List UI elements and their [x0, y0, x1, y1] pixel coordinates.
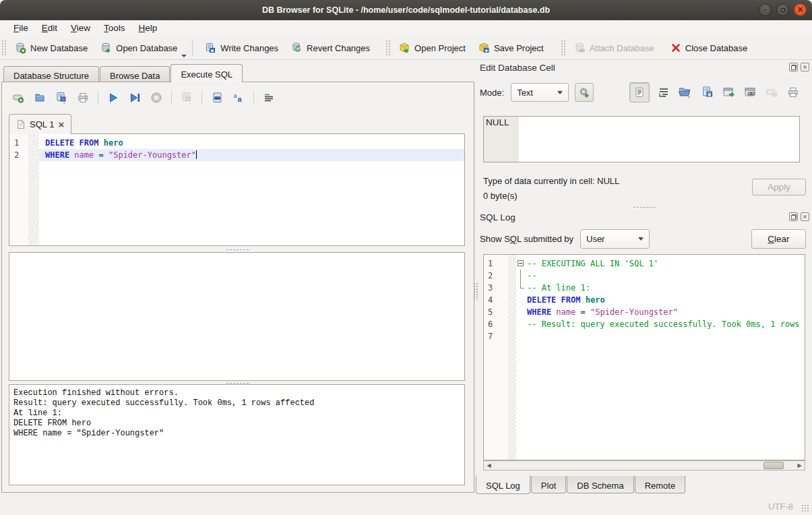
- sql-editor[interactable]: 1 2 DELETE FROM hero WHERE name = "Spide…: [9, 133, 465, 246]
- tab-remote[interactable]: Remote: [635, 476, 686, 493]
- maximize-button[interactable]: [776, 3, 789, 16]
- close-database-button[interactable]: Close Database: [664, 40, 754, 56]
- fold-collapse-icon[interactable]: [518, 260, 524, 266]
- dock-float-button[interactable]: [789, 63, 798, 71]
- write-changes-button[interactable]: Write Changes: [198, 39, 284, 57]
- remove-cell-button[interactable]: [766, 87, 779, 98]
- editor-line-numbers: 1 2: [9, 134, 28, 245]
- tab-execute-sql[interactable]: Execute SQL: [170, 64, 243, 82]
- mode-label: Mode:: [480, 88, 504, 98]
- open-database-icon: [100, 42, 112, 54]
- log-filter-select[interactable]: User: [580, 229, 650, 249]
- toggle-results-button[interactable]: [261, 90, 277, 106]
- maximize-icon: [781, 8, 785, 12]
- sql-file-tab[interactable]: SQL 1 ×: [9, 114, 71, 134]
- menu-file[interactable]: File: [7, 22, 35, 35]
- open-sql-tab-button[interactable]: [10, 90, 26, 106]
- window-title: DB Browser for SQLite - /home/user/code/…: [262, 5, 550, 15]
- message-line: At line 1:: [13, 408, 464, 419]
- tab-plot[interactable]: Plot: [531, 476, 566, 493]
- open-project-button[interactable]: Open Project: [392, 39, 472, 57]
- tab-db-schema[interactable]: DB Schema: [567, 476, 633, 493]
- scroll-left-icon[interactable]: ◀: [484, 461, 494, 470]
- execute-line-button[interactable]: [127, 90, 143, 106]
- open-database-button[interactable]: Open Database: [94, 39, 183, 57]
- right-pane: Edit Database Cell ✕ Mode: Text: [476, 60, 812, 498]
- menu-view[interactable]: View: [64, 22, 97, 35]
- log-line-6: -- Result: query executed successfully. …: [516, 318, 805, 330]
- set-as-null-button[interactable]: [722, 86, 736, 98]
- resize-grip[interactable]: [801, 504, 810, 513]
- dock-close-icon: ✕: [803, 214, 808, 220]
- menu-edit[interactable]: Edit: [35, 22, 64, 35]
- word-wrap-button[interactable]: [658, 86, 670, 98]
- cell-mode-select[interactable]: Text: [511, 83, 569, 102]
- editor-results-splitter[interactable]: [9, 247, 465, 251]
- docks-splitter[interactable]: [597, 205, 691, 209]
- cell-mode-row: Mode: Text: [480, 83, 594, 102]
- dock-close-button[interactable]: ✕: [801, 63, 809, 71]
- toolbar-drag-handle[interactable]: [385, 40, 390, 56]
- auto-format-button[interactable]: aa: [230, 90, 247, 106]
- log-line-5: WHERE name = "Spider-Youngster": [516, 306, 805, 318]
- new-database-button[interactable]: New Database: [8, 39, 94, 57]
- menu-bar: File Edit View Tools Help: [0, 20, 812, 36]
- apply-button[interactable]: Apply: [752, 179, 806, 195]
- save-file-icon: [701, 86, 714, 99]
- auto-switch-mode-button[interactable]: [575, 83, 594, 102]
- clear-log-button[interactable]: Clear: [751, 229, 806, 249]
- tab-sql-log[interactable]: SQL Log: [476, 475, 530, 494]
- open-file-icon: [34, 92, 46, 104]
- save-results-button[interactable]: [179, 90, 195, 106]
- menu-help[interactable]: Help: [132, 22, 164, 35]
- menu-tools[interactable]: Tools: [97, 22, 132, 35]
- float-icon: [791, 65, 797, 70]
- execution-message-pane[interactable]: Execution finished without errors. Resul…: [9, 384, 465, 485]
- open-database-dropdown-arrow-icon[interactable]: [181, 55, 187, 57]
- minimize-button[interactable]: −: [759, 3, 772, 16]
- tab-database-structure[interactable]: Database Structure: [3, 66, 99, 82]
- chevron-down-icon: [557, 91, 563, 94]
- dock-close-button[interactable]: ✕: [801, 212, 809, 221]
- close-button[interactable]: ✕: [794, 3, 807, 16]
- scroll-right-icon[interactable]: ▶: [794, 461, 805, 470]
- log-horizontal-scrollbar[interactable]: ◀ ▶: [483, 460, 805, 471]
- find-replace-button[interactable]: [209, 90, 225, 106]
- status-bar: UTF-8: [0, 498, 812, 515]
- revert-changes-button[interactable]: Revert Changes: [284, 39, 376, 57]
- log-line-3: -- At line 1:: [516, 282, 805, 294]
- save-project-button[interactable]: Save Project: [472, 39, 550, 57]
- import-cell-data-button[interactable]: [678, 86, 693, 99]
- open-file-icon: [678, 86, 693, 99]
- print-sql-button[interactable]: [75, 90, 91, 106]
- encoding-indicator: UTF-8: [768, 502, 793, 512]
- toolbar-drag-handle[interactable]: [561, 40, 565, 56]
- copy-cell-link-button[interactable]: [744, 86, 757, 98]
- editor-code-area[interactable]: DELETE FROM hero WHERE name = "Spider-Yo…: [39, 134, 464, 245]
- toolbar-drag-handle[interactable]: [1, 40, 6, 56]
- cell-value-editor[interactable]: NULL: [483, 116, 800, 162]
- open-sql-file-button[interactable]: [32, 90, 48, 106]
- stop-execution-button[interactable]: [148, 90, 164, 106]
- message-line: DELETE FROM hero: [13, 419, 464, 429]
- results-pane[interactable]: [9, 252, 465, 381]
- sql-tab-close-icon[interactable]: ×: [58, 119, 64, 129]
- export-cell-data-button[interactable]: [701, 86, 714, 99]
- attach-database-button[interactable]: Attach Database: [567, 39, 660, 57]
- tab-browse-data[interactable]: Browse Data: [100, 66, 170, 82]
- execute-all-button[interactable]: [105, 90, 121, 106]
- scrollbar-track[interactable]: [494, 461, 794, 470]
- cell-content: NULL: [486, 117, 509, 127]
- log-line-1: -- EXECUTING ALL IN 'SQL 1': [516, 258, 805, 270]
- dock-float-button[interactable]: [789, 212, 798, 221]
- sql-log-view[interactable]: 12 34 56 7 -- EXECUTING ALL IN 'SQL 1' -…: [483, 254, 805, 460]
- log-line-4: DELETE FROM hero: [516, 294, 805, 306]
- save-sql-file-button[interactable]: [53, 90, 69, 106]
- sql-file-tabbar: SQL 1 ×: [9, 114, 71, 134]
- titlebar[interactable]: DB Browser for SQLite - /home/user/code/…: [0, 0, 812, 20]
- save-results-icon: [180, 91, 193, 104]
- scrollbar-thumb[interactable]: [763, 462, 784, 469]
- print-cell-button[interactable]: [787, 86, 799, 98]
- save-project-icon: [478, 42, 490, 54]
- text-view-toggle-button[interactable]: [629, 82, 650, 102]
